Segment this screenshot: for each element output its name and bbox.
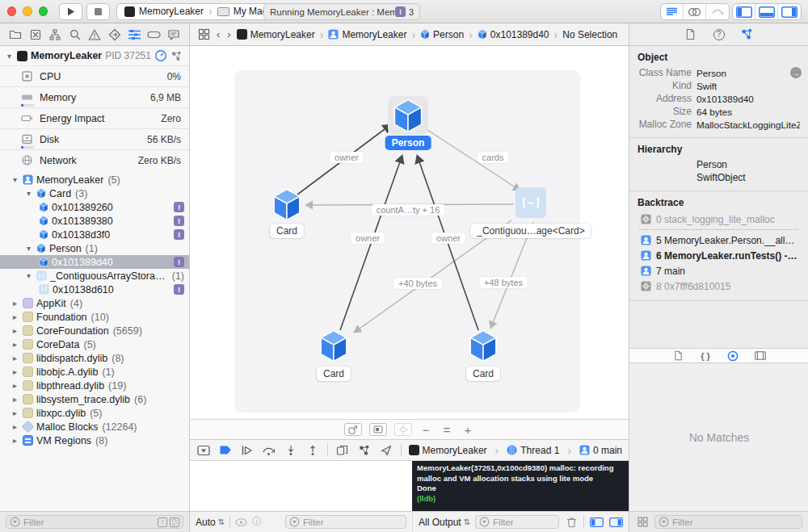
clear-console-button[interactable]: [564, 515, 579, 530]
debug-crumb-process[interactable]: MemoryLeaker: [409, 445, 487, 456]
graph-node-card-label[interactable]: Card: [270, 224, 304, 238]
project-navigator-tab[interactable]: [8, 27, 23, 42]
hide-debug-area-button[interactable]: [196, 443, 211, 458]
source-control-navigator-tab[interactable]: [28, 27, 43, 42]
gauge-row-energy[interactable]: Energy Impact Zero: [0, 107, 189, 128]
debug-crumb-thread[interactable]: Thread 1: [507, 445, 559, 456]
close-window-button[interactable]: [7, 6, 16, 16]
graph-node-card-bottom-right[interactable]: [468, 329, 499, 362]
file-template-library-tab[interactable]: [671, 349, 685, 363]
tree-item-corefoundation[interactable]: ▸CoreFoundation(5659): [0, 324, 189, 337]
show-memory-inspector-button[interactable]: [369, 423, 387, 436]
graph-node-card-label[interactable]: Card: [466, 367, 500, 381]
disclosure-icon[interactable]: ▸: [11, 395, 19, 404]
graph-node-array-label[interactable]: _Contiguou…age<Card>: [470, 224, 591, 238]
symbol-navigator-tab[interactable]: [48, 27, 62, 42]
issues-filter-toggle[interactable]: !: [158, 517, 167, 527]
runtime-issue-badge-icon[interactable]: !: [174, 257, 184, 267]
step-over-button[interactable]: [262, 443, 276, 458]
continue-button[interactable]: [240, 443, 255, 458]
show-console-view-button[interactable]: [608, 515, 623, 530]
tree-item-libsystem-trace[interactable]: ▸libsystem_trace.dylib(6): [0, 392, 189, 406]
variables-scope-selector[interactable]: Auto: [196, 517, 225, 528]
scheme-selector[interactable]: MemoryLeaker My Mac: [116, 3, 276, 20]
graph-node-person[interactable]: [388, 96, 428, 135]
backtrace-frame-selected[interactable]: 6 MemoryLeaker.runTests() -> (): [629, 248, 808, 263]
backtrace-frame[interactable]: 7 main: [629, 263, 808, 279]
quick-look-button[interactable]: [235, 518, 247, 526]
simulate-location-button[interactable]: [379, 443, 393, 458]
view-hierarchy-debugger-button[interactable]: [335, 443, 350, 458]
runtime-issue-badge-icon[interactable]: !: [174, 229, 184, 240]
graph-node-card-left[interactable]: [271, 188, 302, 221]
jumpbar-crumb-class[interactable]: Person: [420, 29, 464, 40]
jumpbar-crumb-instance[interactable]: 0x101389d40: [478, 29, 549, 40]
issue-navigator-tab[interactable]: [87, 27, 102, 42]
backtrace-frame[interactable]: 0 stack_logging_lite_malloc: [629, 212, 808, 227]
zoom-reset-button[interactable]: [440, 423, 454, 437]
breakpoint-navigator-tab[interactable]: [147, 27, 162, 42]
standard-editor-button[interactable]: [661, 4, 684, 19]
backtrace-frame[interactable]: 8 0x7fff6d810015: [629, 279, 808, 294]
backtrace-frame[interactable]: 5 MemoryLeaker.Person.__allocating_…: [629, 232, 808, 248]
tree-item-memoryleaker[interactable]: ▾MemoryLeaker(5): [0, 173, 189, 186]
disclosure-icon[interactable]: ▾: [11, 175, 19, 184]
gauge-row-disk[interactable]: Disk 56 KB/s: [0, 128, 189, 149]
file-inspector-tab[interactable]: [684, 27, 698, 42]
tree-item-malloc-blocks[interactable]: ▸Malloc Blocks(12264): [0, 420, 189, 434]
tree-item-libxpc[interactable]: ▸libxpc.dylib(5): [0, 406, 189, 420]
disclosure-icon[interactable]: ▾: [5, 52, 14, 61]
test-navigator-tab[interactable]: [107, 27, 122, 42]
toggle-debug-area-button[interactable]: [755, 4, 778, 19]
code-snippet-library-tab[interactable]: [698, 349, 713, 363]
library-filter-field[interactable]: Filter: [654, 515, 802, 529]
tree-item-instance-selected[interactable]: 0x101389d40!: [0, 255, 189, 269]
disclosure-icon[interactable]: ▸: [11, 354, 19, 362]
jumpbar-crumb-selection[interactable]: No Selection: [562, 29, 617, 40]
step-out-button[interactable]: [305, 443, 320, 458]
tree-item-libpthread[interactable]: ▸libpthread.dylib(19): [0, 379, 189, 392]
memory-graph-debugger-button[interactable]: [357, 443, 372, 458]
variables-filter-field[interactable]: Filter: [285, 515, 406, 529]
related-items-button[interactable]: [196, 27, 211, 42]
console-scope-selector[interactable]: All Output: [419, 517, 470, 528]
object-library-tab-selected[interactable]: [726, 349, 740, 363]
jumpbar-crumb-project[interactable]: MemoryLeaker: [237, 29, 315, 40]
tree-item-foundation[interactable]: ▸Foundation(10): [0, 310, 189, 324]
disclosure-icon[interactable]: ▸: [11, 436, 19, 445]
step-into-button[interactable]: [284, 443, 298, 458]
focus-selection-button[interactable]: [394, 423, 412, 436]
assistant-editor-button[interactable]: [684, 4, 706, 19]
disclosure-icon[interactable]: ▾: [24, 244, 33, 253]
zoom-window-button[interactable]: [39, 6, 48, 16]
tree-item-libdispatch[interactable]: ▸libdispatch.dylib(8): [0, 351, 189, 365]
zoom-in-button[interactable]: [461, 423, 474, 437]
breakpoints-toggle-button[interactable]: [218, 443, 233, 458]
memory-inspector-tab[interactable]: [740, 27, 755, 42]
minimize-window-button[interactable]: [23, 6, 32, 16]
graph-node-card-bottom-left[interactable]: [318, 329, 349, 362]
disclosure-icon[interactable]: ▸: [11, 422, 19, 431]
gauge-row-memory[interactable]: Memory 6,9 MB: [0, 86, 189, 107]
toggle-navigator-button[interactable]: [733, 4, 755, 19]
version-editor-button[interactable]: [706, 4, 729, 19]
jumpbar-crumb-target[interactable]: MemoryLeaker: [328, 29, 406, 40]
runtime-issue-badge-icon[interactable]: !: [174, 284, 184, 295]
disclosure-icon[interactable]: ▸: [11, 340, 19, 349]
tree-item-libobjc[interactable]: ▸libobjc.A.dylib(1): [0, 365, 189, 379]
media-library-tab[interactable]: [753, 349, 768, 363]
tree-item-card[interactable]: ▾Card(3): [0, 186, 189, 200]
export-graph-button[interactable]: [344, 423, 362, 436]
disclosure-icon[interactable]: ▾: [24, 271, 33, 280]
file-filter-toggle[interactable]: [170, 517, 179, 527]
runtime-issue-badge-icon[interactable]: !: [174, 202, 184, 212]
zoom-out-button[interactable]: [419, 423, 433, 437]
disclosure-icon[interactable]: ▸: [11, 312, 19, 321]
tree-item-coredata[interactable]: ▸CoreData(5): [0, 337, 189, 351]
tree-item-instance[interactable]: 0x10138d610!: [0, 283, 189, 296]
find-navigator-tab[interactable]: [68, 27, 82, 42]
disclosure-icon[interactable]: ▸: [11, 299, 19, 308]
debug-crumb-frame[interactable]: 0 main: [579, 445, 622, 456]
go-forward-button[interactable]: ›: [225, 28, 232, 40]
tree-item-instance[interactable]: 0x101389380!: [0, 214, 189, 228]
